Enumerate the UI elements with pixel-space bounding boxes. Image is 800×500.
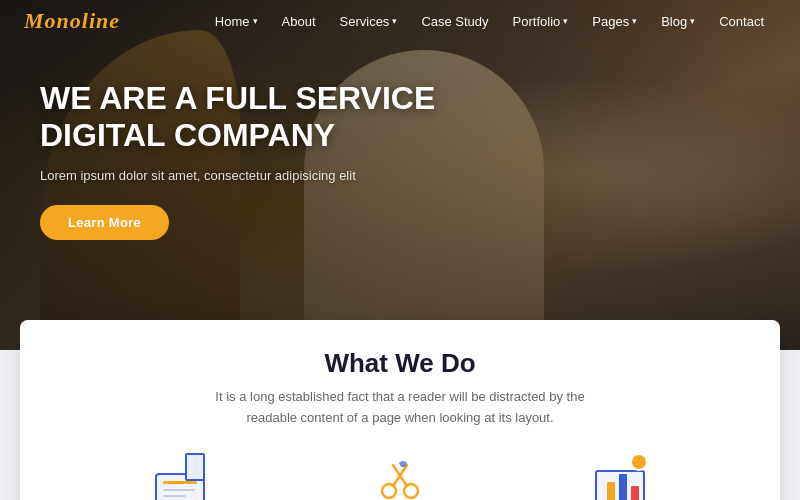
analytics-icon xyxy=(590,453,650,500)
nav-item-services[interactable]: Services ▾ xyxy=(328,14,410,29)
nav-label-contact: Contact xyxy=(719,14,764,29)
brand-logo[interactable]: Monoline xyxy=(24,8,120,34)
scissors-svg xyxy=(375,455,425,500)
nav-label-pages: Pages xyxy=(592,14,629,29)
hero-cta-button[interactable]: Learn More xyxy=(40,205,169,240)
hero-content: WE ARE A FULL SERVICE DIGITAL COMPANY Lo… xyxy=(40,80,520,240)
nav-arrow-portfolio: ▾ xyxy=(563,16,568,26)
nav-label-services: Services xyxy=(340,14,390,29)
nav-label-case-study: Case Study xyxy=(421,14,488,29)
nav-item-contact[interactable]: Contact xyxy=(707,14,776,29)
section-title: What We Do xyxy=(52,348,748,379)
chart-bar-1 xyxy=(607,482,615,500)
nav-arrow-home: ▾ xyxy=(253,16,258,26)
nav-arrow-blog: ▾ xyxy=(690,16,695,26)
hero-subtitle: Lorem ipsum dolor sit amet, consectetur … xyxy=(40,168,520,183)
chart-bar-2 xyxy=(619,474,627,500)
screen-line-3 xyxy=(163,495,186,497)
nav-item-home[interactable]: Home ▾ xyxy=(203,14,270,29)
page-wrapper: Monoline Home ▾ About Services ▾ Case St… xyxy=(0,0,800,500)
nav-item-portfolio[interactable]: Portfolio ▾ xyxy=(501,14,581,29)
tools-icon xyxy=(370,453,430,500)
doc-background xyxy=(185,453,205,481)
nav-item-pages[interactable]: Pages ▾ xyxy=(580,14,649,29)
web-design-icon xyxy=(150,453,210,500)
nav-label-portfolio: Portfolio xyxy=(513,14,561,29)
nav-label-about: About xyxy=(282,14,316,29)
card-web-design xyxy=(80,453,280,500)
nav-arrow-services: ▾ xyxy=(392,16,397,26)
screen-line-2 xyxy=(163,489,195,491)
chart-frame xyxy=(595,470,645,500)
chart-bar-3 xyxy=(631,486,639,500)
cards-row xyxy=(52,453,748,500)
nav-item-blog[interactable]: Blog ▾ xyxy=(649,14,707,29)
nav-label-home: Home xyxy=(215,14,250,29)
nav-item-case-study[interactable]: Case Study xyxy=(409,14,500,29)
card-tools xyxy=(300,453,500,500)
nav-arrow-pages: ▾ xyxy=(632,16,637,26)
chart-tag xyxy=(630,453,648,471)
screen-line-1 xyxy=(163,481,197,484)
navbar: Monoline Home ▾ About Services ▾ Case St… xyxy=(0,0,800,42)
hero-title: WE ARE A FULL SERVICE DIGITAL COMPANY xyxy=(40,80,520,154)
card-analytics xyxy=(520,453,720,500)
nav-label-blog: Blog xyxy=(661,14,687,29)
nav-links: Home ▾ About Services ▾ Case Study Portf… xyxy=(203,14,776,29)
what-we-do-section: What We Do It is a long established fact… xyxy=(20,320,780,500)
nav-item-about[interactable]: About xyxy=(270,14,328,29)
section-subtitle: It is a long established fact that a rea… xyxy=(190,387,610,429)
hero-section: Monoline Home ▾ About Services ▾ Case St… xyxy=(0,0,800,350)
